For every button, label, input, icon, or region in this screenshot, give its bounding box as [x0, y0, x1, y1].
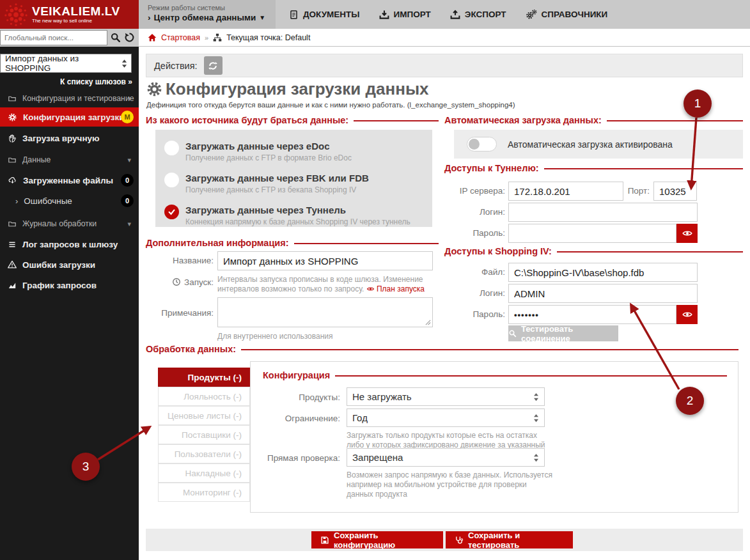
radio-fbk-fdb[interactable]: Загружать данные через FBK или FDB Получ…: [164, 173, 369, 194]
select-arrows-icon: [533, 453, 539, 462]
refresh-icon: [208, 61, 218, 71]
shop-show-password-button[interactable]: [676, 305, 698, 324]
gateway-select[interactable]: Импорт данных из SHOPPING: [0, 54, 132, 73]
radio-edoc[interactable]: Загружать данные через eDoc Получение да…: [164, 141, 352, 162]
sidebar-item-error-files[interactable]: › Ошибочные 0: [0, 192, 139, 210]
config-title-row: Конфигурация: [263, 370, 727, 380]
search-history-icon[interactable]: [124, 32, 135, 43]
tab-suppliers[interactable]: Поставщики (-): [158, 425, 250, 444]
home-icon[interactable]: [148, 33, 157, 42]
limit-select[interactable]: Год: [347, 408, 545, 427]
auto-load-toggle[interactable]: [467, 137, 497, 152]
system-mode-dropdown[interactable]: Режим работы системы › Центр обмена данн…: [139, 0, 276, 29]
resize-handle-icon[interactable]: [425, 320, 431, 325]
tab-monitoring[interactable]: Мониторинг (-): [158, 483, 250, 502]
sidebar-group-data[interactable]: Данные ▾: [0, 151, 139, 169]
name-input[interactable]: [217, 251, 433, 270]
folder-icon: [8, 95, 17, 103]
section-source: Из какого источника будут браться данные…: [146, 115, 439, 125]
sidebar-item-manual-load[interactable]: Загрузка вручную: [0, 129, 139, 147]
sitemap-icon: [213, 33, 222, 42]
gear-icon: [146, 81, 163, 98]
tunnel-login-input[interactable]: [508, 203, 698, 222]
nav-export[interactable]: ЭКСПОРТ: [450, 10, 506, 20]
sidebar-item-gateway-log[interactable]: Лог запросов к шлюзу: [0, 235, 139, 253]
count-badge: 0: [121, 174, 134, 187]
sidebar-item-load-errors[interactable]: Ошибки загрузки: [0, 256, 139, 274]
sidebar-item-label: График запросов: [22, 281, 97, 290]
sidebar-group-processing-logs[interactable]: Журналы обработки ▾: [0, 215, 139, 233]
radio-circle-unchecked[interactable]: [164, 173, 179, 187]
save-and-test-button[interactable]: Сохранить и тестировать: [446, 531, 573, 548]
nav-documents[interactable]: ДОКУМЕНТЫ: [289, 10, 360, 20]
section-additional: Дополнительная информация:: [146, 238, 439, 248]
tab-price-lists[interactable]: Ценовые листы (-): [158, 406, 250, 425]
search-icon[interactable]: [110, 32, 121, 43]
chevron-down-icon: ▼: [259, 14, 265, 21]
refresh-button[interactable]: [204, 56, 223, 75]
file-input[interactable]: [508, 263, 698, 282]
section-auto-load-title: Автоматическая загрузка данных:: [444, 115, 602, 125]
shop-password-input[interactable]: [508, 305, 676, 324]
folder-icon: [8, 156, 17, 164]
shop-login-input[interactable]: [508, 284, 698, 303]
name-label: Название:: [146, 256, 214, 265]
radio-edoc-label: Загружать данные через eDoc: [185, 141, 352, 152]
notes-textarea[interactable]: [217, 297, 433, 327]
annotation-marker-3: 3: [72, 453, 100, 481]
global-search-row: [0, 29, 139, 47]
tunnel-login-label: Логин:: [444, 207, 505, 217]
radio-circle-checked[interactable]: [164, 205, 179, 219]
breadcrumb-home-link[interactable]: Стартовая: [161, 33, 200, 42]
test-connection-label: Тестировать соединение: [521, 324, 618, 343]
logo[interactable]: VEIKALIEM.LV The new way to sell online: [0, 0, 139, 29]
auto-load-toggle-label: Автоматическая загрузка активирована: [508, 139, 673, 150]
radio-tunnel[interactable]: Загружать данные через Туннель Коннекция…: [164, 205, 410, 226]
sidebar: Импорт данных из SHOPPING К списку шлюзо…: [0, 47, 139, 560]
search-icon: [508, 329, 517, 338]
annotation-marker-1: 1: [684, 89, 712, 118]
port-input[interactable]: [653, 182, 697, 201]
gear-icon: [8, 113, 17, 122]
tab-users[interactable]: Пользователи (-): [158, 444, 250, 463]
logo-tagline: The new way to sell online: [32, 18, 120, 24]
tab-loyalty[interactable]: Лояльность (-): [158, 387, 250, 406]
products-select[interactable]: Не загружать: [347, 387, 545, 406]
hand-icon: [8, 134, 17, 143]
nav-references[interactable]: СПРАВОЧНИКИ: [526, 9, 608, 20]
section-additional-title: Дополнительная информация:: [146, 238, 289, 248]
stethoscope-icon: [455, 536, 464, 545]
nav-import[interactable]: ИМПОРТ: [379, 10, 431, 20]
logo-title: VEIKALIEM.LV: [32, 5, 120, 18]
nav-references-label: СПРАВОЧНИКИ: [542, 10, 608, 19]
test-connection-button[interactable]: Тестировать соединение: [508, 325, 618, 341]
tab-products[interactable]: Продукты (-): [158, 368, 250, 387]
launch-plan-link[interactable]: План запуска: [366, 284, 425, 293]
page-subtitle: Дефиниция того откуда берутся ваши данны…: [146, 101, 515, 109]
sidebar-group-config-testing[interactable]: Конфигурация и тестирование ▾: [0, 89, 139, 107]
shop-login-label: Логин:: [444, 288, 505, 298]
tunnel-show-password-button[interactable]: [676, 224, 698, 243]
save-config-button[interactable]: Сохранить конфигурацию: [311, 531, 443, 548]
chevron-down-icon: ▾: [127, 220, 131, 228]
notes-hint: Для внутреннего использования: [217, 332, 333, 341]
page-title-row: Конфигурация загрузки данных: [146, 79, 429, 99]
gateway-list-link[interactable]: К списку шлюзов »: [60, 77, 132, 86]
document-icon: [289, 10, 299, 20]
direct-check-select[interactable]: Запрещена: [347, 448, 545, 467]
ip-input[interactable]: [508, 182, 623, 201]
sidebar-item-load-config[interactable]: Конфигурация загрузки M: [0, 107, 139, 127]
auto-load-box: Автоматическая загрузка активирована: [454, 130, 743, 159]
radio-circle-unchecked[interactable]: [164, 141, 179, 155]
sidebar-item-request-chart[interactable]: График запросов: [0, 276, 139, 294]
eye-icon: [682, 228, 693, 238]
warning-icon: [8, 260, 17, 269]
tunnel-password-input[interactable]: [508, 224, 676, 243]
tab-invoices[interactable]: Накладные (-): [158, 463, 250, 483]
nav-export-label: ЭКСПОРТ: [465, 10, 506, 19]
radio-edoc-desc: Получение данных с FTP в формате Brio eD…: [185, 153, 352, 162]
sidebar-item-loaded-files[interactable]: Загруженные файлы 0: [0, 171, 139, 189]
search-input[interactable]: [0, 30, 107, 45]
modified-badge: M: [121, 111, 134, 123]
sidebar-group-label: Данные: [22, 155, 51, 164]
